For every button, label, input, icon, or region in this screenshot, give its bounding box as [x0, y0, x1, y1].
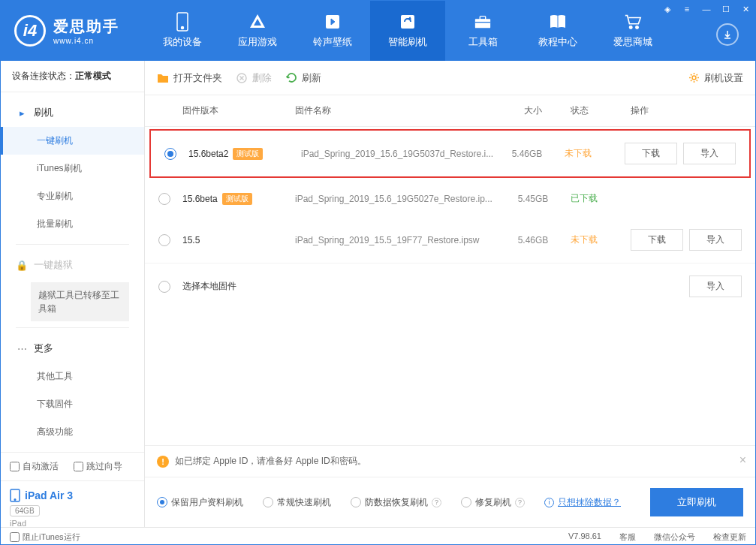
device-info: iPad Air 3 64GB iPad [1, 480, 144, 535]
radio-select[interactable] [158, 281, 182, 293]
import-button[interactable]: 导入 [683, 143, 736, 164]
logo-area: i4 爱思助手 www.i4.cn [1, 15, 145, 47]
col-ops: 操作 [623, 104, 743, 117]
tab-store[interactable]: 爱思商城 [595, 1, 670, 61]
toolbar: 打开文件夹 删除 刷新 刷机设置 [145, 61, 755, 95]
device-icon [173, 13, 191, 31]
book-icon [549, 13, 567, 31]
firmware-list: 15.6beta2测试版 iPad_Spring_2019_15.6_19G50… [145, 127, 755, 309]
flash-icon [399, 13, 417, 31]
jailbreak-note: 越狱工具已转移至工具箱 [31, 282, 129, 321]
col-size: 大小 [503, 104, 563, 117]
cart-icon [624, 13, 642, 31]
header: i4 爱思助手 www.i4.cn 我的设备 应用游戏 铃声壁纸 智能刷机 工具… [1, 1, 755, 61]
device-type: iPad [10, 519, 135, 528]
auto-activate-checkbox[interactable]: 自动激活 [10, 460, 59, 473]
minimize-icon[interactable]: — [700, 2, 713, 16]
sidebar-item-itunes[interactable]: iTunes刷机 [1, 155, 144, 182]
menu-icon[interactable]: ≡ [680, 2, 694, 16]
radio-select[interactable] [158, 193, 182, 205]
firmware-row[interactable]: 15.6beta2测试版 iPad_Spring_2019_15.6_19G50… [151, 131, 749, 176]
update-link[interactable]: 检查更新 [713, 531, 746, 543]
sidebar-item-download[interactable]: 下载固件 [1, 390, 144, 418]
sidebar-item-batch[interactable]: 批量刷机 [1, 210, 144, 238]
import-button[interactable]: 导入 [689, 276, 742, 297]
flash-settings-button[interactable]: 刷机设置 [688, 71, 743, 85]
app-subtitle: www.i4.cn [53, 37, 119, 45]
tab-my-device[interactable]: 我的设备 [145, 1, 220, 61]
phone-icon: ▸ [16, 107, 28, 119]
version-label: V7.98.61 [568, 531, 601, 543]
svg-point-9 [636, 26, 638, 29]
wechat-link[interactable]: 微信公众号 [654, 531, 695, 543]
table-header: 固件版本 固件名称 大小 状态 操作 [145, 95, 755, 127]
connection-status: 设备连接状态：正常模式 [1, 61, 144, 92]
svg-point-13 [692, 76, 696, 80]
download-button[interactable]: 下载 [625, 143, 677, 164]
download-button[interactable]: 下载 [631, 229, 683, 251]
window-controls: ◈ ≡ — ☐ ✕ [661, 2, 752, 16]
lock-icon: 🔒 [16, 259, 28, 271]
block-itunes-checkbox[interactable]: 阻止iTunes运行 [10, 531, 80, 543]
opt-repair[interactable]: 修复刷机? [461, 496, 525, 509]
col-version: 固件版本 [182, 104, 295, 117]
ipad-icon [10, 489, 20, 502]
tab-apps[interactable]: 应用游戏 [220, 1, 295, 61]
info-icon[interactable]: i [544, 498, 554, 507]
sidebar: 设备连接状态：正常模式 ▸ 刷机 一键刷机 iTunes刷机 专业刷机 批量刷机… [1, 61, 145, 527]
skip-guide-checkbox[interactable]: 跳过向导 [74, 460, 122, 473]
opt-fast[interactable]: 常规快速刷机 [263, 496, 331, 509]
opt-keep-data[interactable]: 保留用户资料刷机 [157, 496, 243, 509]
download-button[interactable] [716, 23, 739, 46]
warning-bar: ! 如已绑定 Apple ID，请准备好 Apple ID和密码。 × [145, 446, 755, 477]
tab-flash[interactable]: 智能刷机 [370, 1, 445, 61]
col-status: 状态 [563, 104, 623, 117]
device-name[interactable]: iPad Air 3 [10, 489, 135, 502]
flash-now-button[interactable]: 立即刷机 [650, 488, 743, 516]
media-icon [324, 13, 342, 31]
import-button[interactable]: 导入 [689, 229, 742, 251]
help-icon[interactable]: ? [515, 498, 525, 507]
svg-rect-4 [475, 19, 490, 28]
sidebar-item-pro[interactable]: 专业刷机 [1, 182, 144, 210]
firmware-row[interactable]: 15.5 iPad_Spring_2019_15.5_19F77_Restore… [145, 217, 755, 263]
section-more[interactable]: ⋯ 更多 [1, 334, 144, 363]
logo-icon: i4 [14, 15, 46, 47]
apps-icon [248, 13, 267, 31]
close-warning-icon[interactable]: × [739, 453, 746, 467]
delete-button[interactable]: 删除 [236, 71, 272, 85]
tab-tools[interactable]: 工具箱 [445, 1, 520, 61]
refresh-icon [285, 72, 297, 84]
maximize-icon[interactable]: ☐ [719, 2, 733, 16]
firmware-row[interactable]: 15.6beta测试版 iPad_Spring_2019_15.6_19G502… [145, 180, 755, 217]
tab-tutorials[interactable]: 教程中心 [520, 1, 595, 61]
radio-select[interactable] [164, 148, 188, 160]
firmware-row-local[interactable]: 选择本地固件 导入 [145, 263, 755, 309]
svg-rect-5 [480, 17, 485, 20]
erase-link[interactable]: 只想抹除数据？ [558, 496, 621, 509]
beta-tag: 测试版 [233, 148, 263, 160]
more-icon: ⋯ [16, 342, 28, 354]
refresh-button[interactable]: 刷新 [285, 71, 321, 85]
opt-recovery[interactable]: 防数据恢复刷机? [351, 496, 441, 509]
beta-tag: 测试版 [222, 193, 252, 205]
warn-icon: ! [157, 456, 169, 468]
help-icon[interactable]: ? [432, 498, 441, 507]
app-title: 爱思助手 [53, 17, 119, 37]
sidebar-item-other[interactable]: 其他工具 [1, 363, 144, 390]
close-icon[interactable]: ✕ [739, 2, 752, 16]
gear-icon [688, 72, 700, 83]
section-flash[interactable]: ▸ 刷机 [1, 98, 144, 127]
radio-select[interactable] [158, 234, 182, 246]
sidebar-item-oneclick[interactable]: 一键刷机 [1, 127, 144, 155]
delete-icon [236, 72, 248, 84]
svg-point-8 [630, 26, 632, 29]
col-name: 固件名称 [295, 104, 503, 117]
sidebar-item-advanced[interactable]: 高级功能 [1, 418, 144, 446]
open-folder-button[interactable]: 打开文件夹 [157, 71, 222, 85]
skin-icon[interactable]: ◈ [661, 2, 674, 16]
tab-media[interactable]: 铃声壁纸 [295, 1, 370, 61]
device-capacity: 64GB [10, 505, 40, 516]
section-jailbreak: 🔒 一键越狱 [1, 251, 144, 279]
support-link[interactable]: 客服 [619, 531, 636, 543]
